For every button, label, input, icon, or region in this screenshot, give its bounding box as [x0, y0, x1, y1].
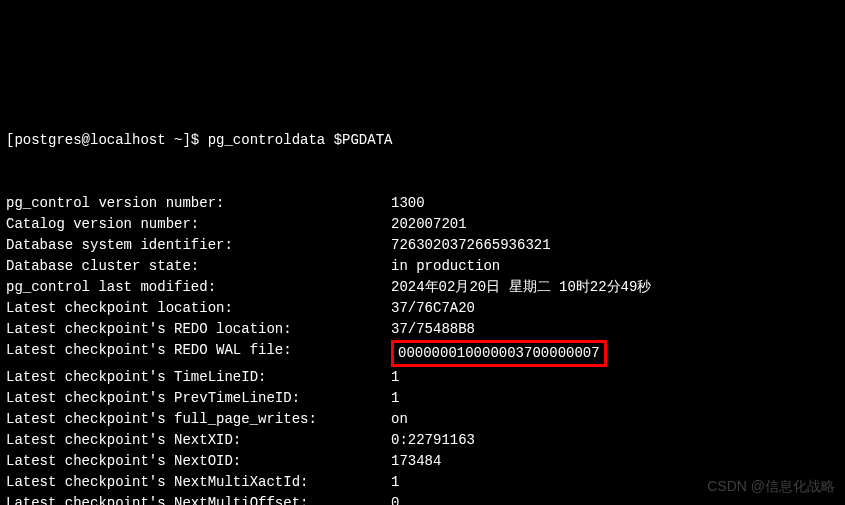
row-value: on [391, 409, 408, 430]
row-key: pg_control last modified: [6, 277, 391, 298]
output-row: pg_control version number:1300 [6, 193, 839, 214]
output-row: Latest checkpoint's NextXID:0:22791163 [6, 430, 839, 451]
row-value: 1 [391, 472, 399, 493]
output-row: Latest checkpoint's REDO location:37/754… [6, 319, 839, 340]
row-key: Latest checkpoint's PrevTimeLineID: [6, 388, 391, 409]
output-row: Database cluster state:in production [6, 256, 839, 277]
terminal-output: [postgres@localhost ~]$ pg_controldata $… [6, 88, 839, 505]
row-value: 37/76C7A20 [391, 298, 475, 319]
output-row: Catalog version number:202007201 [6, 214, 839, 235]
row-key: pg_control version number: [6, 193, 391, 214]
output-row: Latest checkpoint's NextMultiXactId:1 [6, 472, 839, 493]
row-value: 37/75488B8 [391, 319, 475, 340]
row-key: Latest checkpoint location: [6, 298, 391, 319]
output-row: Latest checkpoint's NextOID:173484 [6, 451, 839, 472]
row-value: 1 [391, 388, 399, 409]
row-key: Latest checkpoint's NextMultiXactId: [6, 472, 391, 493]
row-key: Database system identifier: [6, 235, 391, 256]
row-key: Latest checkpoint's TimeLineID: [6, 367, 391, 388]
row-value: 2024年02月20日 星期二 10时22分49秒 [391, 277, 651, 298]
row-key: Latest checkpoint's NextMultiOffset: [6, 493, 391, 505]
command-prompt[interactable]: [postgres@localhost ~]$ pg_controldata $… [6, 130, 839, 151]
row-key: Latest checkpoint's full_page_writes: [6, 409, 391, 430]
row-value: 0:22791163 [391, 430, 475, 451]
output-row: Latest checkpoint location:37/76C7A20 [6, 298, 839, 319]
row-value: 173484 [391, 451, 441, 472]
row-value: 7263020372665936321 [391, 235, 551, 256]
row-key: Database cluster state: [6, 256, 391, 277]
row-value: 0 [391, 493, 399, 505]
row-key: Latest checkpoint's NextOID: [6, 451, 391, 472]
output-row: Latest checkpoint's full_page_writes:on [6, 409, 839, 430]
row-value: 1 [391, 367, 399, 388]
row-value: in production [391, 256, 500, 277]
output-row: Latest checkpoint's REDO WAL file:000000… [6, 340, 839, 367]
highlighted-value: 000000010000003700000007 [391, 340, 607, 367]
row-value: 1300 [391, 193, 425, 214]
output-row: Latest checkpoint's NextMultiOffset:0 [6, 493, 839, 505]
row-value: 202007201 [391, 214, 467, 235]
output-row: Database system identifier:7263020372665… [6, 235, 839, 256]
row-key: Latest checkpoint's NextXID: [6, 430, 391, 451]
row-key: Latest checkpoint's REDO WAL file: [6, 340, 391, 367]
output-row: Latest checkpoint's TimeLineID:1 [6, 367, 839, 388]
output-row: pg_control last modified:2024年02月20日 星期二… [6, 277, 839, 298]
row-key: Latest checkpoint's REDO location: [6, 319, 391, 340]
row-key: Catalog version number: [6, 214, 391, 235]
output-row: Latest checkpoint's PrevTimeLineID:1 [6, 388, 839, 409]
